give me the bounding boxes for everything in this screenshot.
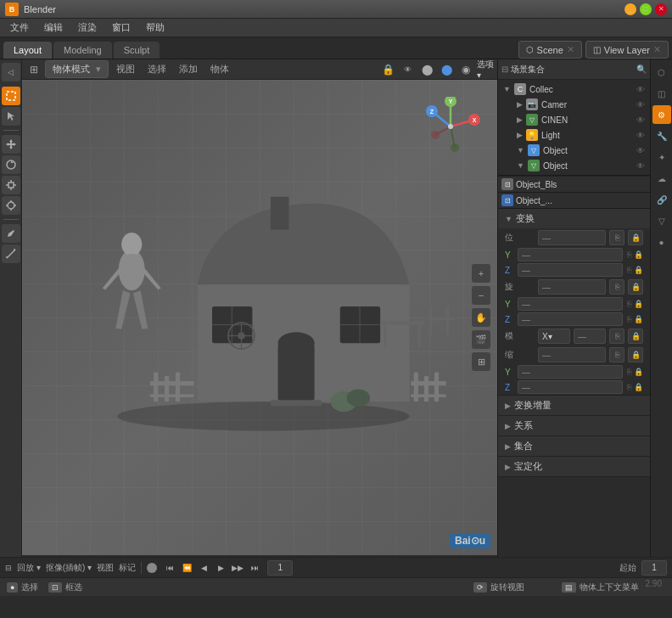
rsi-modifiers[interactable]: 🔧 — [652, 126, 671, 145]
view-btn[interactable]: 视图 — [97, 562, 114, 574]
rot-y-field[interactable]: — — [518, 297, 623, 311]
shrink-z-copy[interactable]: ⎘ — [627, 383, 631, 391]
eye-icon-object2[interactable]: 👁 — [636, 161, 645, 171]
scale-axis-dropdown[interactable]: X▾ — [538, 329, 570, 344]
camera-btn[interactable]: 🎬 — [472, 330, 490, 349]
start-frame[interactable]: 1 — [641, 560, 667, 576]
rsi-scene[interactable]: ⬡ — [652, 63, 671, 81]
view-layer-selector[interactable]: ◫ View Layer ✕ — [585, 41, 669, 59]
rot-z-copy[interactable]: ⎘ — [627, 315, 631, 323]
shrink-y-lock[interactable]: 🔒 — [634, 368, 643, 376]
collections-header[interactable]: ▶ 集合 — [498, 436, 650, 456]
shrink-lock-btn[interactable]: 🔒 — [628, 347, 643, 362]
prev-frame-btn[interactable]: ◀ — [196, 560, 211, 576]
minimize-button[interactable]: _ — [624, 3, 636, 15]
tool-select-box[interactable] — [2, 87, 20, 105]
tool-measure[interactable] — [2, 244, 20, 263]
rsi-physics[interactable]: ☁ — [652, 169, 671, 188]
rsi-material[interactable]: ● — [652, 233, 671, 251]
pan-btn[interactable]: ✋ — [472, 308, 490, 327]
pos-y-copy[interactable]: ⎘ — [627, 250, 631, 259]
rsi-data[interactable]: ▽ — [652, 211, 671, 230]
rot-z-lock[interactable]: 🔒 — [634, 315, 643, 323]
jump-start-btn[interactable]: ⏮ — [162, 560, 177, 576]
vp-menu-add[interactable]: 添加 — [174, 61, 203, 77]
tool-cursor[interactable] — [2, 107, 20, 126]
jump-end-btn[interactable]: ⏭ — [247, 560, 262, 576]
tab-modeling[interactable]: Modeling — [53, 42, 112, 59]
tree-item-mesh-cinen[interactable]: ▶ ▽ CINEN 👁 — [498, 112, 650, 127]
pos-z-lock[interactable]: 🔒 — [634, 266, 643, 274]
scale-copy-btn[interactable]: ⎘ — [609, 329, 624, 344]
3d-gizmo[interactable]: X Y Z — [421, 97, 480, 156]
markers-btn[interactable]: 标记 — [119, 562, 136, 574]
pos-x-field[interactable]: — — [538, 230, 606, 245]
editor-type-icon[interactable]: ⊞ — [25, 61, 42, 78]
tool-move[interactable] — [2, 135, 20, 154]
shrink-z-lock[interactable]: 🔒 — [634, 383, 643, 391]
close-button[interactable]: ✕ — [655, 3, 667, 15]
menu-render[interactable]: 渲染 — [71, 20, 104, 36]
transform-header[interactable]: ▼ 变换 — [498, 209, 650, 228]
viewport-shade-material[interactable]: ⬤ — [438, 61, 455, 78]
tab-layout[interactable]: Layout — [3, 42, 52, 59]
next-frame-btn[interactable]: ▶▶ — [230, 560, 245, 576]
maximize-button[interactable]: □ — [640, 3, 652, 15]
viewport-lock-icon[interactable]: 🔒 — [379, 61, 396, 78]
viewport-options-btn[interactable]: 选项 ▾ — [477, 61, 494, 78]
rsi-constraints[interactable]: 🔗 — [652, 190, 671, 209]
relations-header[interactable]: ▶ 关系 — [498, 416, 650, 435]
rot-z-field[interactable]: — — [518, 312, 623, 326]
vp-menu-select[interactable]: 选择 — [143, 61, 171, 77]
tree-item-object1[interactable]: ▼ ▽ Object 👁 — [498, 143, 650, 158]
zoom-in-btn[interactable]: + — [472, 264, 490, 283]
vp-menu-object[interactable]: 物体 — [205, 61, 234, 77]
play-btn[interactable]: ▶ — [213, 560, 228, 576]
rsi-renderlayer[interactable]: ◫ — [652, 84, 671, 103]
pos-y-field[interactable]: — — [518, 248, 623, 261]
eye-icon-light[interactable]: 👁 — [636, 131, 645, 140]
scale-x-field[interactable]: — — [574, 329, 606, 344]
viewport-view-icon[interactable]: 👁 — [399, 61, 416, 78]
menu-window[interactable]: 窗口 — [105, 20, 137, 36]
shrink-y-field[interactable]: — — [518, 365, 623, 379]
timeline-editor-icon[interactable]: ⊟ — [5, 564, 12, 572]
delta-header[interactable]: ▶ 变换增量 — [498, 396, 650, 415]
tree-item-object2[interactable]: ▼ ▽ Object 👁 — [498, 158, 650, 173]
tool-transform[interactable] — [2, 196, 20, 215]
pos-y-lock[interactable]: 🔒 — [634, 250, 643, 259]
keyframe-btn[interactable]: 抠像(插帧) ▾ — [46, 562, 92, 574]
tool-annotate[interactable] — [2, 224, 20, 243]
scale-lock-btn[interactable]: 🔒 — [628, 329, 643, 344]
viewport-shade-solid[interactable]: ⬤ — [418, 61, 435, 78]
playback-btn[interactable]: 回放 ▾ — [17, 562, 41, 574]
pos-lock-btn[interactable]: 🔒 — [628, 230, 643, 245]
shrink-z-field[interactable]: — — [518, 380, 623, 394]
rsi-object[interactable]: ⚙ — [652, 105, 671, 124]
tree-item-collection[interactable]: ▼ C Collec 👁 — [498, 81, 650, 97]
rsi-particles[interactable]: ✦ — [652, 148, 671, 166]
vp-menu-view[interactable]: 视图 — [111, 61, 140, 77]
current-frame[interactable]: 1 — [267, 560, 293, 576]
object-mode-dropdown[interactable]: 物体模式 ▾ — [45, 60, 109, 78]
toolbar-toggle[interactable]: ◁ — [2, 63, 20, 81]
zoom-out-btn[interactable]: − — [472, 286, 490, 305]
shrink-x-field[interactable]: — — [538, 347, 606, 362]
prev-keyframe-btn[interactable]: ⏪ — [179, 560, 194, 576]
menu-file[interactable]: 文件 — [3, 20, 36, 36]
viewport-canvas[interactable]: X Y Z — [22, 80, 497, 555]
rot-x-field[interactable]: — — [538, 279, 606, 295]
pos-copy-btn[interactable]: ⎘ — [609, 230, 624, 245]
tool-scale[interactable] — [2, 176, 20, 194]
scene-selector[interactable]: ⬡ Scene ✕ — [518, 41, 582, 59]
viewport-shade-rendered[interactable]: ◉ — [457, 61, 474, 78]
rot-y-lock[interactable]: 🔒 — [634, 300, 643, 308]
rot-y-copy[interactable]: ⎘ — [627, 300, 631, 308]
rot-copy-btn[interactable]: ⎘ — [609, 279, 624, 295]
outliner-search[interactable]: 🔍 — [636, 65, 647, 74]
shrink-copy-btn[interactable]: ⎘ — [609, 347, 624, 362]
pos-z-copy[interactable]: ⎘ — [627, 266, 631, 274]
tree-item-camera[interactable]: ▶ 📷 Camer 👁 — [498, 97, 650, 112]
eye-icon-camera[interactable]: 👁 — [636, 100, 645, 110]
rot-lock-btn[interactable]: 🔒 — [628, 279, 643, 295]
